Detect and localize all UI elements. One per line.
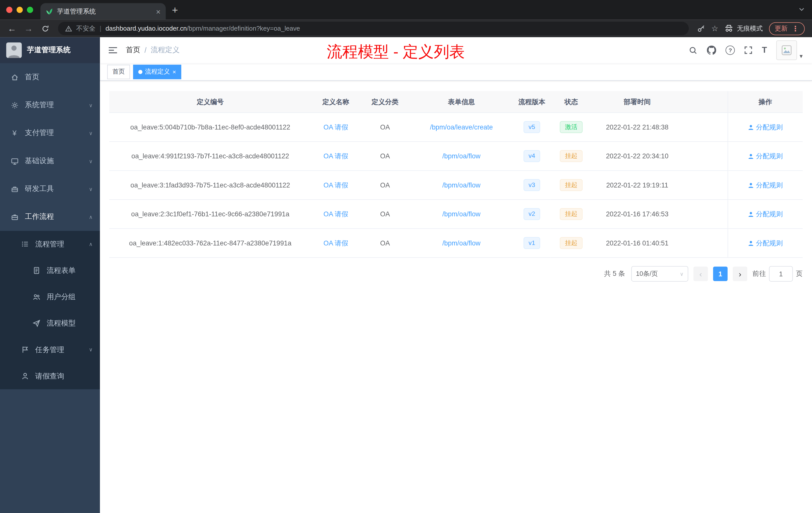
col-definition-name: 定义名称 [311, 91, 360, 113]
version-badge: v1 [513, 229, 551, 258]
reload-button[interactable] [38, 25, 52, 32]
browser-menu-icon[interactable]: ⋮ [792, 24, 799, 33]
chevron-down-icon: ∨ [89, 158, 93, 164]
tab-search-icon[interactable] [799, 6, 805, 12]
form-link: /bpm/oa/flow [409, 171, 513, 200]
browser-update-button[interactable]: 更新 ⋮ [769, 22, 805, 35]
goto-page-input[interactable] [769, 266, 793, 281]
col-definition-id: 定义编号 [109, 91, 311, 113]
user-menu[interactable]: ▼ [776, 40, 804, 60]
version-badge: v4 [513, 142, 551, 171]
definition-id-cell: oa_leave:3:1fad3d93-7b75-11ec-a3c8-acde4… [109, 171, 311, 200]
window-zoom-button[interactable] [27, 7, 33, 13]
definition-name-link: OA 请假 [311, 229, 360, 258]
browser-tab-strip: 芋道管理系统 × + [0, 0, 812, 20]
prev-page-button[interactable]: ‹ [694, 267, 708, 281]
yen-icon: ¥ [10, 129, 19, 137]
filler-cell [683, 113, 727, 142]
breadcrumb-separator: / [144, 46, 146, 55]
tag-close-icon[interactable]: × [173, 68, 176, 75]
main-area: 流程模型 - 定义列表 首页 / 流程定义 ? [100, 37, 812, 513]
definition-id-cell: oa_leave:5:004b710b-7b8a-11ec-8ef0-acde4… [109, 113, 311, 142]
logo-avatar [6, 42, 22, 58]
sidebar-item-leave-query[interactable]: 请假查询 [0, 363, 100, 389]
chevron-up-icon: ∧ [89, 214, 93, 220]
category-cell: OA [360, 113, 410, 142]
tag-process-definition[interactable]: 流程定义 × [133, 64, 181, 79]
sidebar-item-home[interactable]: 首页 [0, 63, 100, 91]
github-icon[interactable] [707, 46, 716, 55]
page-number-button[interactable]: 1 [713, 267, 728, 281]
forward-button[interactable]: → [22, 24, 35, 33]
sidebar-item-payment[interactable]: ¥ 支付管理 ∨ [0, 119, 100, 147]
sidebar-item-task-management[interactable]: 任务管理 ∨ [0, 337, 100, 363]
assign-rule-button[interactable]: 分配规则 [748, 151, 783, 161]
category-cell: OA [360, 200, 410, 229]
security-warning-icon [65, 25, 72, 32]
address-bar[interactable]: 不安全 | dashboard.yudao.iocoder.cn/bpm/man… [58, 22, 689, 35]
assign-rule-button[interactable]: 分配规则 [748, 122, 783, 132]
definition-table: 定义编号 定义名称 定义分类 表单信息 流程版本 状态 部署时间 操作 [109, 91, 803, 258]
active-dot [138, 69, 143, 74]
definition-id-cell: oa_leave:2:3c1f0ef1-76b1-11ec-9c66-a2380… [109, 200, 311, 229]
tag-home[interactable]: 首页 [107, 64, 130, 79]
form-link: /bpm/oa/leave/create [409, 113, 513, 142]
browser-tab[interactable]: 芋道管理系统 × [40, 3, 166, 20]
next-page-button[interactable]: › [733, 267, 747, 281]
sidebar-item-workflow[interactable]: 工作流程 ∧ [0, 203, 100, 231]
gear-icon [10, 101, 19, 109]
sidebar-logo[interactable]: 芋道管理系统 [0, 37, 100, 63]
sidebar-item-devtools[interactable]: 研发工具 ∨ [0, 175, 100, 203]
font-size-icon[interactable]: T [762, 46, 767, 55]
col-filler [683, 91, 727, 113]
sidebar-item-process-model[interactable]: 流程模型 [0, 310, 100, 336]
page-url[interactable]: dashboard.yudao.iocoder.cn/bpm/manager/d… [106, 25, 300, 32]
page-size-select[interactable]: 10条/页 ∨ [631, 266, 688, 281]
status-badge: 挂起 [550, 229, 592, 258]
back-button[interactable]: ← [5, 24, 19, 33]
deploy-time-cell: 2022-01-16 01:40:51 [592, 229, 683, 258]
deploy-time-cell: 2022-01-16 17:46:53 [592, 200, 683, 229]
tag-label: 流程定义 [145, 67, 170, 76]
table-row: oa_leave:2:3c1f0ef1-76b1-11ec-9c66-a2380… [109, 200, 803, 229]
home-icon [10, 73, 19, 81]
document-icon [32, 267, 40, 274]
list-icon [21, 240, 29, 248]
assign-rule-button[interactable]: 分配规则 [748, 209, 783, 219]
sidebar-item-system[interactable]: 系统管理 ∨ [0, 91, 100, 119]
password-key-icon[interactable] [697, 24, 705, 33]
update-label: 更新 [775, 24, 788, 33]
breadcrumb-current: 流程定义 [151, 46, 180, 55]
sidebar-item-process-form[interactable]: 流程表单 [0, 257, 100, 283]
search-icon[interactable] [689, 46, 698, 55]
breadcrumb-home[interactable]: 首页 [126, 46, 140, 55]
fullscreen-icon[interactable] [744, 46, 753, 55]
goto-unit: 页 [796, 269, 803, 279]
status-badge: 激活 [550, 113, 592, 142]
assign-rule-button[interactable]: 分配规则 [748, 238, 783, 248]
app-frame: 芋道管理系统 首页 系统管理 ∨ ¥ 支付管理 ∨ [0, 37, 812, 513]
pagination-total: 共 5 条 [604, 269, 625, 279]
chevron-down-icon: ∨ [89, 102, 93, 108]
table-row: oa_leave:1:482ec033-762a-11ec-8477-a2380… [109, 229, 803, 258]
tab-close-icon[interactable]: × [156, 7, 161, 15]
sidebar-item-infrastructure[interactable]: 基础设施 ∨ [0, 147, 100, 175]
chevron-down-icon: ∨ [89, 347, 93, 353]
actions-cell: 分配规则 [728, 200, 803, 229]
security-label[interactable]: 不安全 [76, 24, 95, 33]
help-icon[interactable]: ? [726, 46, 735, 55]
bookmark-star-icon[interactable]: ☆ [711, 24, 718, 33]
new-tab-button[interactable]: + [172, 5, 178, 15]
sidebar-item-process-management[interactable]: 流程管理 ∧ [0, 231, 100, 257]
incognito-badge: 无痕模式 [724, 24, 763, 33]
assign-rule-button[interactable]: 分配规则 [748, 180, 783, 190]
category-cell: OA [360, 171, 410, 200]
col-process-version: 流程版本 [513, 91, 551, 113]
window-minimize-button[interactable] [17, 7, 23, 13]
deploy-time-cell: 2022-01-22 20:34:10 [592, 142, 683, 171]
breadcrumb: 首页 / 流程定义 [126, 46, 179, 55]
sidebar-item-user-group[interactable]: 用户分组 [0, 283, 100, 310]
sidebar-toggle-icon[interactable] [108, 47, 117, 54]
window-close-button[interactable] [6, 7, 12, 13]
chevron-down-icon: ∨ [89, 186, 93, 192]
